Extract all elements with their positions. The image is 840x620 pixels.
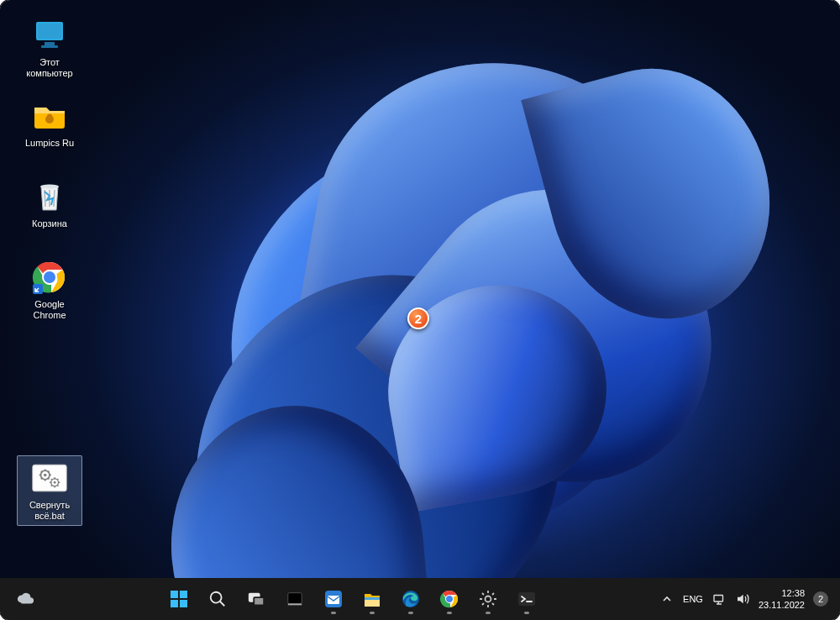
search-button[interactable] xyxy=(201,582,234,616)
icon-label: Этот компьютер xyxy=(18,57,81,79)
svg-point-6 xyxy=(40,185,59,189)
desktop-icon-chrome[interactable]: Google Chrome xyxy=(17,255,82,324)
svg-rect-24 xyxy=(287,604,302,606)
terminal-app[interactable] xyxy=(510,582,543,616)
recycle-bin-icon xyxy=(31,178,68,215)
icon-label: Lumpics Ru xyxy=(25,138,74,149)
volume-icon[interactable] xyxy=(735,591,750,607)
tray-overflow-button[interactable] xyxy=(659,591,675,607)
folder-icon xyxy=(31,97,68,134)
svg-rect-2 xyxy=(45,42,55,45)
taskbar-center xyxy=(50,582,654,616)
date-text: 23.11.2022 xyxy=(759,599,805,611)
clock[interactable]: 12:38 23.11.2022 xyxy=(759,587,805,611)
svg-rect-16 xyxy=(171,591,178,598)
desktop-icon-recycle-bin[interactable]: Корзина xyxy=(17,175,82,233)
monitor-icon xyxy=(31,17,68,54)
desktop-area[interactable]: Этот компьютер Lumpics Ru xyxy=(0,0,840,578)
annotation-number: 2 xyxy=(415,312,422,326)
desktop-icon-this-pc[interactable]: Этот компьютер xyxy=(17,13,82,82)
notifications-count: 2 xyxy=(818,594,823,604)
edge-browser[interactable] xyxy=(394,582,428,616)
chrome-browser[interactable] xyxy=(433,582,466,616)
svg-rect-17 xyxy=(180,591,187,598)
svg-rect-26 xyxy=(328,596,339,604)
svg-rect-22 xyxy=(254,597,264,605)
svg-rect-11 xyxy=(33,465,66,491)
task-view-button[interactable] xyxy=(239,582,273,616)
network-icon[interactable] xyxy=(711,591,727,607)
icon-label: Свернуть всё.bat xyxy=(19,500,80,522)
weather-widget[interactable] xyxy=(8,582,42,616)
taskbar: ENG 12:38 23.11.2022 2 xyxy=(0,578,840,620)
svg-rect-34 xyxy=(714,596,723,602)
svg-rect-3 xyxy=(41,45,58,48)
svg-point-31 xyxy=(445,596,453,603)
svg-point-13 xyxy=(44,474,47,477)
notifications-badge[interactable]: 2 xyxy=(813,591,828,607)
svg-rect-1 xyxy=(38,24,61,39)
svg-point-20 xyxy=(210,592,221,603)
app-button-black[interactable] xyxy=(278,582,312,616)
svg-point-32 xyxy=(485,596,491,602)
svg-point-15 xyxy=(54,481,56,484)
svg-rect-33 xyxy=(518,592,535,606)
svg-rect-18 xyxy=(171,600,178,607)
svg-rect-19 xyxy=(180,600,187,607)
language-indicator[interactable]: ENG xyxy=(683,594,703,604)
svg-point-5 xyxy=(47,114,52,119)
time-text: 12:38 xyxy=(759,587,805,599)
desktop-screen: Этот компьютер Lumpics Ru xyxy=(0,0,840,620)
svg-rect-28 xyxy=(365,597,380,600)
annotation-badge: 2 xyxy=(407,307,429,329)
chrome-icon xyxy=(31,259,68,296)
mail-app[interactable] xyxy=(317,582,350,616)
icon-label: Google Chrome xyxy=(18,299,81,321)
svg-rect-23 xyxy=(287,593,302,604)
desktop-icon-bat-file[interactable]: Свернуть всё.bat xyxy=(17,455,82,526)
system-tray: ENG 12:38 23.11.2022 2 xyxy=(654,587,840,611)
batch-file-icon xyxy=(31,460,68,497)
file-explorer[interactable] xyxy=(355,582,389,616)
icon-label: Корзина xyxy=(32,218,67,229)
settings-app[interactable] xyxy=(471,582,505,616)
desktop-icon-lumpics-folder[interactable]: Lumpics Ru xyxy=(17,94,82,152)
start-button[interactable] xyxy=(162,582,196,616)
